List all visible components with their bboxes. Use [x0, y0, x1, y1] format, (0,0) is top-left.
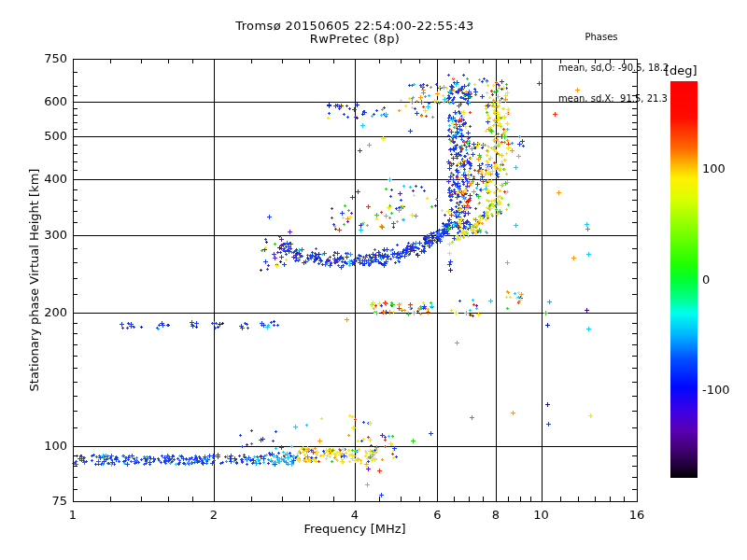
y-tick-label: 300	[30, 228, 67, 242]
x-axis-label: Frequency [MHz]	[0, 522, 710, 536]
x-tick-label: 8	[480, 508, 512, 522]
colorbar-tick-label: 0	[702, 273, 710, 287]
y-tick-label: 200	[30, 305, 67, 319]
x-tick-label: 1	[57, 508, 89, 522]
x-tick-label: 2	[198, 508, 230, 522]
y-tick-label: 75	[30, 494, 67, 508]
x-tick-label: 10	[526, 508, 557, 522]
y-tick-label: 100	[30, 439, 67, 453]
y-tick-label: 750	[30, 51, 67, 65]
x-tick-label: 4	[339, 508, 371, 522]
y-tick-label: 500	[30, 129, 67, 143]
y-axis-label: Stationary phase Virtual Height [km]	[27, 169, 41, 392]
colorbar-tick-label: 100	[702, 161, 726, 175]
phases-heading: Phases	[558, 32, 644, 42]
x-tick-label: 6	[421, 508, 453, 522]
phases-o-stats: mean, sd,O: -90.5, 18.2	[558, 63, 663, 73]
phases-x-stats: mean, sd,X: 91.5, 21.3	[558, 93, 663, 104]
x-tick-label: 16	[621, 508, 653, 522]
colorbar	[670, 81, 698, 478]
colorbar-tick-label: -100	[702, 383, 730, 397]
y-tick-label: 600	[30, 94, 67, 108]
y-tick-label: 400	[30, 172, 67, 186]
phases-annotation: Phases mean, sd,O: -90.5, 18.2 mean, sd,…	[558, 11, 663, 124]
colorbar-unit-label: [deg]	[665, 63, 698, 77]
ionogram-screen: Tromsø 20150605 22:54:00-22:55:43 RwPret…	[0, 0, 747, 560]
